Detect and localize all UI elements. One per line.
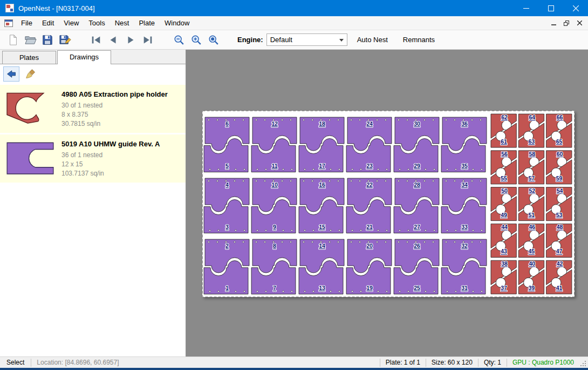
menu-edit[interactable]: Edit — [37, 17, 59, 29]
mdi-close-button[interactable] — [573, 18, 586, 29]
tab-plates[interactable]: Plates — [2, 51, 56, 64]
svg-text:34: 34 — [461, 181, 468, 188]
caption-buttons — [514, 0, 588, 16]
svg-text:60: 60 — [557, 151, 563, 157]
import-button[interactable] — [3, 66, 19, 82]
svg-text:46: 46 — [529, 224, 535, 230]
menu-tools[interactable]: Tools — [84, 17, 110, 29]
drawing-item-uhmw-guide[interactable]: 5019 A10 UHMW guide Rev. A 36 of 1 neste… — [0, 134, 186, 183]
menu-plate[interactable]: Plate — [134, 17, 160, 29]
svg-text:14: 14 — [319, 243, 325, 249]
document-icon — [4, 19, 13, 27]
svg-text:23: 23 — [366, 163, 373, 169]
svg-text:49: 49 — [501, 212, 507, 218]
part-meta: 4980 A05 Extraction pipe holder 30 of 1 … — [61, 89, 181, 129]
menubar: File Edit View Tools Nest Plate Window — [0, 16, 588, 30]
menu-nest[interactable]: Nest — [110, 17, 134, 29]
svg-text:57: 57 — [528, 175, 535, 181]
menu-view[interactable]: View — [59, 17, 84, 29]
svg-text:19: 19 — [366, 285, 373, 291]
toolbar: Engine: Default Auto Nest Remnants — [0, 30, 588, 50]
save-as-icon — [59, 33, 71, 46]
svg-text:44: 44 — [501, 224, 508, 230]
menu-file[interactable]: File — [16, 17, 37, 29]
svg-text:20: 20 — [366, 243, 373, 249]
engine-combobox[interactable]: Default — [266, 33, 347, 46]
resize-grip[interactable] — [579, 360, 587, 367]
svg-text:39: 39 — [528, 285, 535, 291]
svg-text:51: 51 — [528, 212, 535, 218]
minimize-icon — [523, 5, 529, 11]
svg-text:65: 65 — [556, 138, 563, 145]
part-thumbnail — [3, 139, 61, 178]
previous-plate-button[interactable] — [105, 32, 122, 48]
zoom-out-icon — [173, 34, 185, 46]
tab-drawings[interactable]: Drawings — [57, 50, 111, 64]
part-size: 12 x 15 — [61, 160, 181, 169]
svg-text:1: 1 — [225, 285, 229, 291]
svg-text:32: 32 — [461, 243, 468, 249]
drawing-item-extraction-pipe-holder[interactable]: 4980 A05 Extraction pipe holder 30 of 1 … — [0, 85, 186, 133]
clean-button[interactable] — [23, 66, 39, 82]
last-plate-button[interactable] — [139, 32, 156, 48]
next-icon — [125, 34, 136, 46]
broom-icon — [25, 69, 36, 79]
auto-nest-button[interactable]: Auto Nest — [352, 32, 393, 47]
part-nested-count: 30 of 1 nested — [61, 101, 181, 110]
drawing-list: 4980 A05 Extraction pipe holder 30 of 1 … — [0, 84, 186, 356]
window-title: OpenNest - [N0317-004] — [18, 4, 95, 12]
mdi-minimize-button[interactable] — [547, 18, 560, 29]
status-mode: Select — [0, 359, 31, 366]
minimize-button[interactable] — [514, 0, 538, 16]
svg-text:11: 11 — [271, 163, 277, 169]
svg-text:53: 53 — [556, 212, 563, 218]
zoom-fit-button[interactable] — [205, 32, 222, 48]
zoom-in-button[interactable] — [188, 32, 205, 48]
save-as-button[interactable] — [56, 32, 73, 48]
svg-text:47: 47 — [556, 248, 563, 254]
statusbar: Select Location: [84.8696, 60.6957] Plat… — [0, 356, 588, 368]
svg-text:26: 26 — [414, 243, 420, 249]
menu-window[interactable]: Window — [160, 17, 194, 29]
svg-text:38: 38 — [501, 260, 508, 267]
svg-text:58: 58 — [529, 151, 535, 157]
part-meta: 5019 A10 UHMW guide Rev. A 36 of 1 neste… — [61, 139, 181, 178]
titlebar: OpenNest - [N0317-004] — [0, 0, 588, 16]
close-button[interactable] — [563, 0, 588, 16]
svg-text:64: 64 — [529, 114, 535, 120]
nest-canvas[interactable]: 6512111817242330293635431091615222128273… — [186, 50, 588, 356]
svg-text:62: 62 — [501, 114, 508, 120]
app-icon — [5, 4, 14, 12]
zoom-out-button[interactable] — [170, 32, 188, 48]
part-title: 4980 A05 Extraction pipe holder — [61, 90, 181, 98]
mdi-restore-button[interactable] — [560, 18, 573, 29]
svg-text:25: 25 — [414, 285, 420, 291]
svg-text:27: 27 — [414, 224, 420, 230]
next-plate-button[interactable] — [122, 32, 139, 48]
app-window: OpenNest - [N0317-004] File Edit View To… — [0, 0, 588, 370]
remnants-button[interactable]: Remnants — [398, 32, 440, 47]
maximize-button[interactable] — [538, 0, 563, 16]
svg-text:9: 9 — [273, 224, 276, 230]
new-button[interactable] — [4, 32, 22, 48]
sidebar-tabstrip: Plates Drawings — [0, 50, 186, 64]
save-button[interactable] — [39, 32, 56, 48]
open-button[interactable] — [22, 32, 39, 48]
first-plate-button[interactable] — [87, 32, 105, 48]
part-area: 103.7137 sq/in — [61, 169, 181, 178]
svg-text:63: 63 — [528, 138, 535, 145]
svg-text:21: 21 — [366, 224, 373, 230]
open-folder-icon — [24, 33, 37, 46]
svg-text:66: 66 — [557, 114, 563, 120]
svg-text:55: 55 — [501, 175, 507, 181]
svg-text:61: 61 — [501, 138, 507, 145]
svg-text:42: 42 — [557, 260, 563, 267]
plate-sheet[interactable]: 6512111817242330293635431091615222128273… — [202, 111, 575, 297]
svg-text:6: 6 — [225, 120, 229, 127]
new-file-icon — [7, 34, 19, 46]
svg-text:17: 17 — [319, 163, 325, 169]
svg-text:36: 36 — [461, 120, 468, 127]
svg-text:43: 43 — [501, 248, 507, 254]
svg-text:24: 24 — [366, 120, 373, 127]
engine-label: Engine: — [237, 36, 263, 44]
